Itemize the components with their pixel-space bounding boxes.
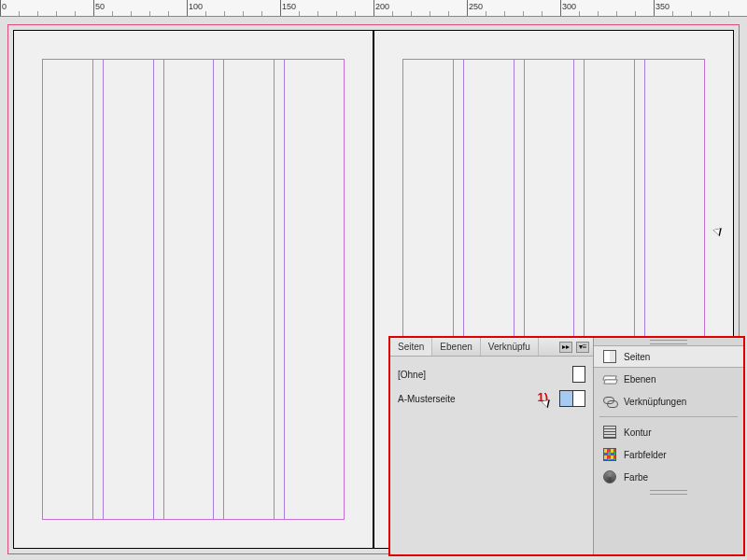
- layers-icon: [603, 372, 616, 385]
- ruler-label: 100: [189, 2, 203, 11]
- swatches-icon: [603, 448, 616, 461]
- horizontal-ruler[interactable]: 050100150200250300350400: [0, 0, 747, 17]
- panel-menu-icon[interactable]: ▾≡: [576, 342, 589, 353]
- tab-seiten[interactable]: Seiten: [390, 338, 432, 356]
- master-row-none[interactable]: [Ohne]: [398, 362, 585, 386]
- ruler-label: 300: [562, 2, 576, 11]
- master-thumb-a-left[interactable]: [559, 390, 572, 407]
- sidebar-label-farbe: Farbe: [624, 472, 648, 483]
- master-label-none: [Ohne]: [398, 370, 572, 380]
- ruler-label: 50: [95, 2, 105, 11]
- ruler-label: 350: [655, 2, 669, 11]
- panel-tab-bar: Seiten Ebenen Verknüpfu ▸▸ ▾≡: [390, 338, 593, 357]
- sidebar-item-farbe[interactable]: Farbe: [594, 466, 743, 488]
- panel-collapse-icon[interactable]: ▸▸: [559, 342, 572, 353]
- sidebar-label-seiten: Seiten: [624, 352, 650, 362]
- sidebar-label-verknupf: Verknüpfungen: [624, 397, 686, 407]
- master-label-a: A-Musterseite: [398, 394, 559, 404]
- sidebar-label-kontur: Kontur: [624, 427, 651, 438]
- master-thumb-none[interactable]: [572, 366, 585, 383]
- sidebar-separator: [599, 416, 738, 417]
- panel-sidebar: Seiten Ebenen Verknüpfungen Kontur Farbf…: [594, 338, 743, 554]
- left-page[interactable]: [13, 30, 374, 549]
- sidebar-item-seiten[interactable]: Seiten: [594, 345, 743, 368]
- sidebar-item-verknupfungen[interactable]: Verknüpfungen: [594, 390, 743, 413]
- ruler-label: 250: [469, 2, 483, 11]
- master-row-a[interactable]: A-Musterseite 1): [398, 386, 585, 411]
- sidebar-label-ebenen: Ebenen: [624, 374, 655, 385]
- ruler-label: 0: [2, 2, 7, 11]
- ruler-label: 150: [282, 2, 296, 11]
- tab-verknupfungen[interactable]: Verknüpfu: [481, 338, 539, 356]
- sidebar-item-farbfelder[interactable]: Farbfelder: [594, 443, 743, 466]
- master-pages-list: [Ohne] A-Musterseite 1): [390, 357, 593, 554]
- tab-ebenen[interactable]: Ebenen: [432, 338, 480, 356]
- ruler-label: 200: [375, 2, 389, 11]
- panel-grip-icon[interactable]: [594, 338, 743, 345]
- pages-icon: [603, 350, 616, 363]
- stroke-icon: [603, 426, 616, 439]
- pages-panel: Seiten Ebenen Verknüpfu ▸▸ ▾≡ [Ohne] A-M…: [390, 338, 594, 554]
- sidebar-item-ebenen[interactable]: Ebenen: [594, 368, 743, 390]
- margin-guides-left: [42, 59, 345, 520]
- color-icon: [603, 470, 616, 483]
- panel-dock: Seiten Ebenen Verknüpfu ▸▸ ▾≡ [Ohne] A-M…: [388, 336, 745, 556]
- sidebar-label-farbfelder: Farbfelder: [624, 450, 667, 460]
- links-icon: [603, 395, 616, 408]
- sidebar-item-kontur[interactable]: Kontur: [594, 421, 743, 443]
- master-thumb-a-right[interactable]: [572, 390, 585, 407]
- panel-grip-icon[interactable]: [594, 488, 743, 496]
